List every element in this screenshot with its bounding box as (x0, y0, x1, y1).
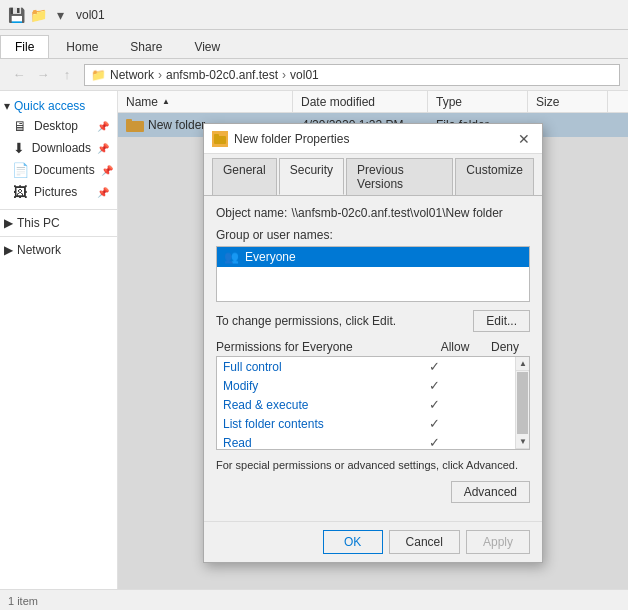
modal-overlay: New folder Properties ✕ General Security… (118, 113, 628, 589)
scroll-down-btn[interactable]: ▼ (516, 435, 530, 449)
col-header-size[interactable]: Size (528, 91, 608, 112)
edit-button[interactable]: Edit... (473, 310, 530, 332)
thispc-expand-icon: ▶ (4, 216, 13, 230)
col-header-date[interactable]: Date modified (293, 91, 428, 112)
tab-share[interactable]: Share (115, 35, 177, 58)
special-permissions-text: For special permissions or advanced sett… (216, 458, 530, 473)
sort-icon: ▲ (162, 97, 170, 106)
perm-read-name: Read (223, 436, 409, 450)
content-area: New folder 4/29/2020 1:23 PM File folder (118, 113, 628, 589)
path-vol: vol01 (290, 68, 319, 82)
quick-access-label: Quick access (14, 99, 85, 113)
network-label: Network (17, 243, 61, 257)
perm-row-readexecute: Read & execute ✓ (217, 395, 515, 414)
sidebar-item-documents[interactable]: 📄 Documents 📌 (0, 159, 117, 181)
forward-button[interactable]: → (32, 64, 54, 86)
user-name: Everyone (245, 250, 296, 264)
scroll-up-btn[interactable]: ▲ (516, 357, 530, 371)
tab-view[interactable]: View (179, 35, 235, 58)
tab-customize[interactable]: Customize (455, 158, 534, 195)
tab-home[interactable]: Home (51, 35, 113, 58)
tab-general[interactable]: General (212, 158, 277, 195)
this-pc-header[interactable]: ▶ This PC (0, 212, 117, 232)
advanced-row: Advanced (216, 481, 530, 503)
up-button[interactable]: ↑ (56, 64, 78, 86)
svg-rect-4 (214, 134, 219, 137)
pin-icon: 📌 (97, 121, 109, 132)
dialog-close-button[interactable]: ✕ (514, 129, 534, 149)
permissions-content: Full control ✓ Modify ✓ (217, 357, 515, 449)
pictures-icon: 🖼 (12, 184, 28, 200)
perm-header-allow: Allow (430, 340, 480, 354)
perm-readexecute-allow: ✓ (409, 397, 459, 412)
pin-icon-4: 📌 (97, 187, 109, 198)
column-headers: Name ▲ Date modified Type Size (118, 91, 628, 113)
sidebar-desktop-label: Desktop (34, 119, 78, 133)
downloads-icon: ⬇ (12, 140, 26, 156)
sidebar-item-desktop[interactable]: 🖥 Desktop 📌 (0, 115, 117, 137)
perm-modify-allow: ✓ (409, 378, 459, 393)
path-folder-icon: 📁 (91, 68, 106, 82)
properties-dialog: New folder Properties ✕ General Security… (203, 123, 543, 563)
col-header-name[interactable]: Name ▲ (118, 91, 293, 112)
sidebar-item-pictures[interactable]: 🖼 Pictures 📌 (0, 181, 117, 203)
dialog-titlebar: New folder Properties ✕ (204, 124, 542, 154)
dialog-title: New folder Properties (234, 132, 508, 146)
path-server: anfsmb-02c0.anf.test (166, 68, 278, 82)
separator-1: › (158, 68, 162, 82)
pin-icon-2: 📌 (97, 143, 109, 154)
perm-row-read: Read ✓ (217, 433, 515, 449)
change-text: To change permissions, click Edit. (216, 314, 396, 328)
status-bar: 1 item (0, 589, 628, 610)
apply-button[interactable]: Apply (466, 530, 530, 554)
perm-listfolder-allow: ✓ (409, 416, 459, 431)
col-header-type[interactable]: Type (428, 91, 528, 112)
permissions-section: Permissions for Everyone Allow Deny Full… (216, 340, 530, 450)
tab-previous-versions[interactable]: Previous Versions (346, 158, 453, 195)
dialog-folder-icon (212, 131, 228, 147)
perm-fullcontrol-allow: ✓ (409, 359, 459, 374)
ribbon: File Home Share View (0, 30, 628, 59)
perm-header-deny: Deny (480, 340, 530, 354)
desktop-icon: 🖥 (12, 118, 28, 134)
group-label: Group or user names: (216, 228, 530, 242)
title-bar-icons: 💾 📁 ▾ (8, 7, 68, 23)
nav-buttons: ← → ↑ (8, 64, 78, 86)
permissions-scrollbar[interactable]: ▲ ▼ (515, 357, 529, 449)
perm-row-fullcontrol: Full control ✓ (217, 357, 515, 376)
cancel-button[interactable]: Cancel (389, 530, 460, 554)
sidebar-downloads-label: Downloads (32, 141, 91, 155)
sidebar: ▾ Quick access 🖥 Desktop 📌 ⬇ Downloads 📌… (0, 91, 118, 589)
users-listbox[interactable]: 👥 Everyone (216, 246, 530, 302)
user-item-everyone[interactable]: 👥 Everyone (217, 247, 529, 267)
address-path[interactable]: 📁 Network › anfsmb-02c0.anf.test › vol01 (84, 64, 620, 86)
network-header[interactable]: ▶ Network (0, 239, 117, 259)
tab-file[interactable]: File (0, 35, 49, 58)
tab-security[interactable]: Security (279, 158, 344, 195)
folder-up-icon: 📁 (30, 7, 46, 23)
perm-listfolder-name: List folder contents (223, 417, 409, 431)
title-bar: 💾 📁 ▾ vol01 (0, 0, 628, 30)
object-name-label: Object name: (216, 206, 287, 220)
dialog-footer: OK Cancel Apply (204, 521, 542, 562)
change-permissions-row: To change permissions, click Edit. Edit.… (216, 310, 530, 332)
save-icon: 💾 (8, 7, 24, 23)
perm-modify-name: Modify (223, 379, 409, 393)
address-bar: ← → ↑ 📁 Network › anfsmb-02c0.anf.test ›… (0, 59, 628, 91)
separator-2: › (282, 68, 286, 82)
ok-button[interactable]: OK (323, 530, 383, 554)
dialog-tabs: General Security Previous Versions Custo… (204, 154, 542, 195)
pin-icon-3: 📌 (101, 165, 113, 176)
advanced-button[interactable]: Advanced (451, 481, 530, 503)
documents-icon: 📄 (12, 162, 28, 178)
svg-rect-3 (214, 136, 226, 144)
object-name-value: \\anfsmb-02c0.anf.test\vol01\New folder (291, 206, 502, 220)
status-text: 1 item (8, 595, 38, 607)
perm-header-name: Permissions for Everyone (216, 340, 430, 354)
sidebar-item-downloads[interactable]: ⬇ Downloads 📌 (0, 137, 117, 159)
window-title: vol01 (76, 8, 105, 22)
quick-access-header[interactable]: ▾ Quick access (0, 95, 117, 115)
user-group-icon: 👥 (223, 249, 239, 265)
back-button[interactable]: ← (8, 64, 30, 86)
expand-icon: ▾ (4, 99, 10, 113)
